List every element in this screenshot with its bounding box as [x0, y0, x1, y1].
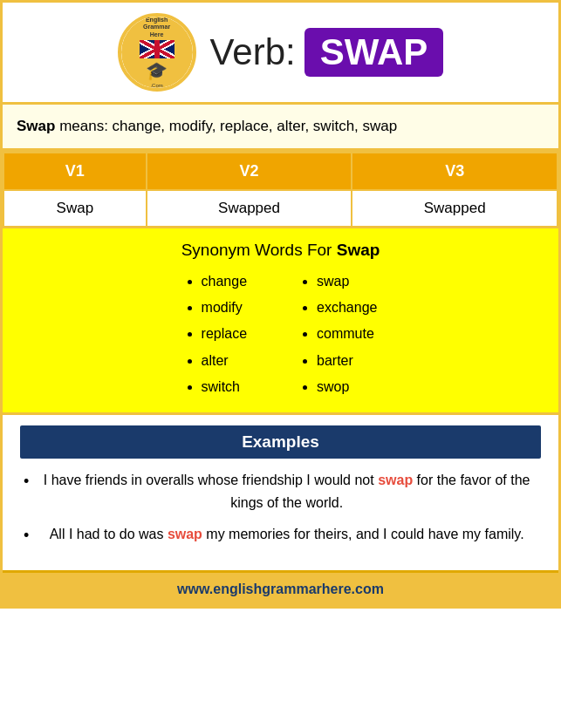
bullet-icon: •	[24, 469, 29, 514]
list-item: swap	[317, 269, 377, 295]
example-2-highlight: swap	[168, 527, 202, 541]
table-row: Swap Swapped Swapped	[3, 190, 558, 228]
example-1-plain1: I have friends in overalls whose friends…	[44, 473, 378, 487]
verb-forms-table: V1 V2 V3 Swap Swapped Swapped	[3, 151, 558, 228]
example-text-1: I have friends in overalls whose friends…	[36, 469, 537, 514]
list-item: alter	[202, 348, 248, 374]
word-badge: SWAP	[304, 28, 444, 77]
list-item: exchange	[317, 295, 377, 321]
example-item-1: • I have friends in overalls whose frien…	[24, 469, 537, 514]
table-header-v2: V2	[147, 152, 352, 190]
example-text-2: All I had to do was swap my memories for…	[36, 523, 537, 548]
list-item: barter	[317, 348, 377, 374]
header: EnglishGrammarHere 🎓 .Com Verb: SWAP	[3, 3, 558, 102]
synonym-title-plain: Synonym Words For	[181, 241, 337, 259]
verb-label: Verb:	[210, 31, 296, 73]
table-cell-v3: Swapped	[352, 190, 558, 228]
example-1-highlight: swap	[378, 473, 413, 487]
table-header-v3: V3	[352, 152, 558, 190]
definition-bold-word: Swap	[17, 118, 55, 134]
example-2-plain1: All I had to do was	[50, 527, 168, 541]
footer-url: www.englishgrammarhere.com	[177, 582, 384, 596]
synonym-col-2: swap exchange commute barter swop	[299, 269, 377, 401]
logo: EnglishGrammarHere 🎓 .Com	[118, 13, 196, 92]
synonym-title-bold: Swap	[337, 241, 380, 259]
definition-text: means: change, modify, replace, alter, s…	[55, 118, 397, 134]
table-cell-v1: Swap	[3, 190, 147, 228]
footer: www.englishgrammarhere.com	[3, 570, 558, 606]
logo-top-text: EnglishGrammarHere	[143, 17, 170, 38]
graduation-hat-icon: 🎓	[146, 60, 168, 81]
list-item: switch	[202, 374, 248, 400]
examples-section: • I have friends in overalls whose frien…	[3, 459, 558, 570]
synonym-columns: change modify replace alter switch swap …	[20, 269, 541, 401]
page-wrapper: EnglishGrammarHere 🎓 .Com Verb: SWAP Swa…	[0, 0, 561, 609]
table-cell-v2: Swapped	[147, 190, 352, 228]
list-item: replace	[202, 321, 248, 347]
table-header-v1: V1	[3, 152, 147, 190]
logo-bottom-text: .Com	[150, 83, 162, 88]
list-item: swop	[317, 374, 377, 400]
list-item: commute	[317, 321, 377, 347]
synonym-section: Synonym Words For Swap change modify rep…	[3, 228, 558, 416]
bullet-icon: •	[24, 523, 29, 548]
synonym-col-1: change modify replace alter switch	[184, 269, 248, 401]
examples-header: Examples	[20, 425, 541, 459]
example-2-plain2: my memories for theirs, and I could have…	[202, 527, 524, 541]
example-item-2: • All I had to do was swap my memories f…	[24, 523, 537, 548]
header-title: Verb: SWAP	[210, 28, 444, 77]
list-item: change	[202, 269, 248, 295]
definition-section: Swap means: change, modify, replace, alt…	[3, 102, 558, 151]
uk-flag-icon	[140, 40, 174, 58]
synonym-title: Synonym Words For Swap	[20, 241, 541, 260]
list-item: modify	[202, 295, 248, 321]
